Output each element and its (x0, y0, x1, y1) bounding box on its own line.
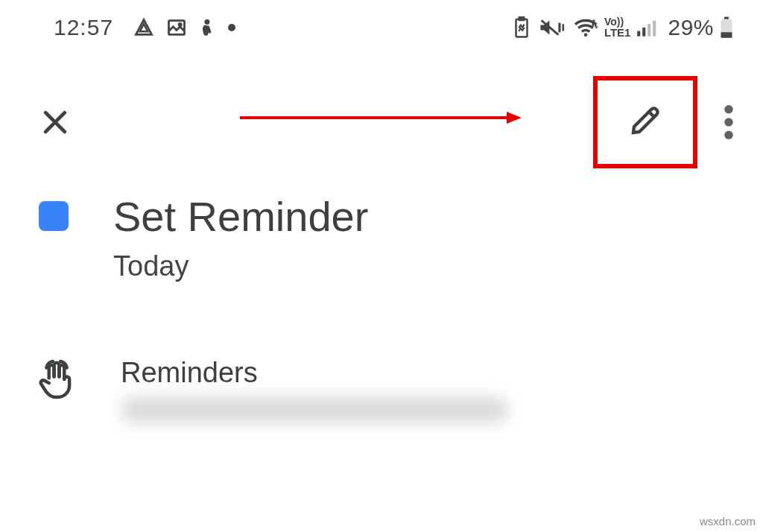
calendar-color-swatch (39, 201, 69, 231)
svg-point-2 (205, 19, 210, 25)
signal-bars-icon (636, 18, 657, 37)
svg-rect-11 (653, 21, 656, 37)
status-left: 12:57 (54, 15, 235, 40)
svg-point-1 (179, 23, 181, 25)
wifi-icon (573, 17, 598, 38)
person-icon (198, 16, 218, 39)
volume-muted-vibrate-icon (539, 16, 566, 39)
battery-percent: 29% (668, 15, 714, 40)
svg-rect-4 (519, 17, 524, 20)
image-icon (165, 17, 188, 38)
watermark: wsxdn.com (700, 515, 756, 528)
svg-rect-12 (724, 17, 729, 19)
battery-icon (720, 16, 733, 39)
svg-rect-3 (516, 19, 527, 37)
notification-dot-icon (228, 24, 235, 31)
svg-rect-5 (558, 22, 560, 32)
svg-point-7 (584, 34, 587, 37)
status-bar: 12:57 (0, 0, 763, 48)
svg-rect-8 (638, 31, 641, 37)
edit-button[interactable] (627, 103, 663, 139)
reminder-hand-icon (39, 358, 75, 400)
network-lte-label: Vo)) LTE1 (604, 17, 631, 38)
account-email-blurred (121, 396, 508, 423)
reminder-header-row: Set Reminder Today (39, 194, 733, 282)
content: Set Reminder Today Reminders (0, 168, 763, 423)
drive-triangle-icon (133, 17, 155, 38)
battery-saver-icon (513, 16, 530, 39)
reminder-title: Set Reminder (113, 194, 368, 240)
status-time: 12:57 (54, 15, 113, 40)
reminders-account-row[interactable]: Reminders (39, 357, 733, 423)
svg-rect-14 (721, 32, 732, 38)
more-options-button[interactable] (724, 105, 733, 139)
close-button[interactable] (39, 106, 72, 139)
status-right: Vo)) LTE1 29% (513, 15, 733, 40)
svg-rect-9 (643, 28, 646, 37)
svg-point-16 (724, 118, 733, 127)
toolbar (0, 48, 763, 168)
svg-point-17 (724, 131, 733, 140)
reminder-date: Today (113, 250, 368, 282)
svg-rect-6 (562, 24, 564, 31)
svg-point-15 (724, 105, 733, 114)
svg-rect-10 (648, 24, 651, 36)
reminders-section-label: Reminders (121, 357, 508, 389)
annotation-highlight-box (593, 76, 697, 168)
